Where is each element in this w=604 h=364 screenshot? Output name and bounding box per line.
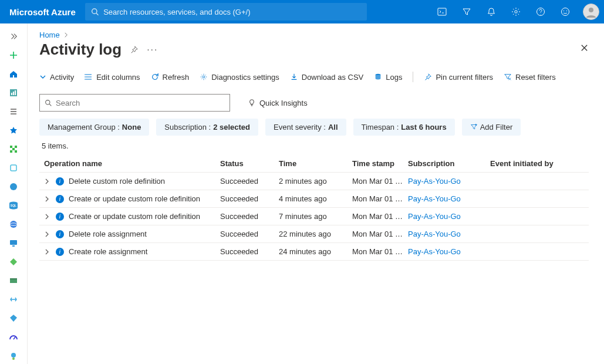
nav-vm[interactable]: [2, 235, 25, 251]
dashboard-icon: [9, 88, 18, 97]
subscription-link[interactable]: Pay-As-You-Go: [408, 247, 490, 256]
expand-row-icon[interactable]: [44, 178, 51, 184]
separator: [413, 72, 413, 82]
brand-logo[interactable]: Microsoft Azure: [9, 7, 76, 17]
more-menu[interactable]: ···: [147, 45, 158, 55]
diagnostics-label: Diagnostics settings: [211, 73, 279, 82]
pin-filters-button[interactable]: Pin current filters: [424, 73, 493, 82]
reset-filters-button[interactable]: Reset filters: [504, 73, 556, 82]
cloud-shell-icon: [437, 7, 447, 16]
col-status[interactable]: Status: [220, 159, 279, 168]
global-search-input[interactable]: [103, 8, 361, 16]
local-search[interactable]: [39, 94, 230, 112]
nav-cosmos[interactable]: [2, 216, 25, 232]
col-timestamp[interactable]: Time stamp: [352, 159, 408, 168]
diagnostics-button[interactable]: Diagnostics settings: [200, 73, 279, 82]
filter-severity[interactable]: Event severity : All: [265, 119, 346, 136]
gauge-icon: [9, 332, 18, 342]
nav-app-services[interactable]: [2, 178, 25, 195]
settings-button[interactable]: [504, 0, 528, 23]
expand-row-icon[interactable]: [44, 231, 51, 237]
col-time[interactable]: Time: [279, 159, 352, 168]
col-subscription[interactable]: Subscription: [408, 159, 490, 168]
subscription-link[interactable]: Pay-As-You-Go: [408, 212, 490, 221]
col-initiated-by[interactable]: Event initiated by: [490, 159, 584, 168]
refresh-button[interactable]: Refresh: [151, 73, 190, 82]
subscription-link[interactable]: Pay-As-You-Go: [408, 177, 490, 186]
subscription-link[interactable]: Pay-As-You-Go: [408, 230, 490, 238]
filter-subscription[interactable]: Subscription : 2 selected: [156, 119, 258, 136]
table-row[interactable]: i Create or update custom role definitio…: [39, 190, 589, 208]
nav-monitor[interactable]: [2, 329, 25, 345]
home-icon: [9, 69, 18, 79]
filter-timespan[interactable]: Timespan : Last 6 hours: [353, 119, 455, 136]
svg-rect-2: [438, 8, 446, 15]
reset-filters-label: Reset filters: [515, 73, 556, 82]
expand-row-icon[interactable]: [44, 214, 51, 220]
local-search-input[interactable]: [56, 99, 225, 107]
feedback-button[interactable]: [554, 0, 577, 23]
timestamp-cell: Mon Mar 01 …: [352, 194, 408, 203]
nav-aad[interactable]: [2, 310, 25, 326]
directories-button[interactable]: [455, 0, 478, 23]
user-avatar[interactable]: [583, 4, 599, 20]
svg-point-8: [589, 8, 593, 12]
info-icon: i: [56, 248, 64, 256]
nav-lb[interactable]: [2, 254, 25, 270]
quick-insights-label: Quick Insights: [259, 99, 308, 107]
svg-point-30: [12, 358, 15, 360]
aad-icon: [9, 314, 18, 323]
nav-home[interactable]: [2, 66, 25, 82]
nav-all-services[interactable]: [2, 103, 25, 120]
quick-insights-button[interactable]: Quick Insights: [248, 99, 308, 107]
cosmos-icon: [9, 220, 18, 229]
nav-resource-groups[interactable]: [2, 160, 25, 176]
svg-point-36: [46, 100, 50, 104]
pin-icon[interactable]: [130, 45, 139, 54]
nav-expand[interactable]: [2, 28, 25, 45]
edit-columns-label: Edit columns: [96, 73, 140, 82]
status-cell: Succeeded: [220, 177, 279, 186]
nav-vnet[interactable]: [2, 291, 25, 308]
logs-button[interactable]: Logs: [374, 73, 402, 82]
nav-favorites[interactable]: [2, 122, 25, 139]
activity-dropdown[interactable]: Activity: [39, 73, 74, 82]
edit-columns-button[interactable]: Edit columns: [85, 73, 140, 82]
download-csv-button[interactable]: Download as CSV: [290, 73, 364, 82]
table-row[interactable]: i Delete role assignment Succeeded 22 mi…: [39, 225, 589, 243]
operation-name: Create role assignment: [69, 247, 147, 256]
status-cell: Succeeded: [220, 212, 279, 221]
info-icon: i: [56, 195, 64, 203]
info-icon: i: [56, 177, 64, 186]
timestamp-cell: Mon Mar 01 …: [352, 247, 408, 256]
notifications-button[interactable]: [480, 0, 503, 23]
nav-storage[interactable]: [2, 272, 25, 289]
nav-dashboard[interactable]: [2, 85, 25, 101]
breadcrumb-home[interactable]: Home: [39, 31, 60, 39]
cloud-shell-button[interactable]: [430, 0, 454, 23]
table-row[interactable]: i Create role assignment Succeeded 24 mi…: [39, 243, 589, 261]
expand-row-icon[interactable]: [44, 249, 51, 255]
table-row[interactable]: i Delete custom role definition Succeede…: [39, 173, 589, 190]
global-search[interactable]: [85, 3, 367, 21]
svg-point-0: [92, 9, 96, 14]
svg-rect-13: [10, 146, 12, 148]
close-button[interactable]: [580, 43, 589, 52]
expand-row-icon[interactable]: [44, 196, 51, 202]
filter-management-group[interactable]: Management Group : None: [39, 119, 149, 136]
add-filter-button[interactable]: Add Filter: [462, 119, 521, 136]
svg-rect-15: [15, 146, 17, 148]
filter-icon: [462, 7, 471, 16]
help-button[interactable]: [529, 0, 552, 23]
close-icon: [580, 43, 589, 52]
nav-advisor[interactable]: [2, 348, 25, 364]
col-operation[interactable]: Operation name: [44, 159, 220, 168]
advisor-icon: [9, 351, 18, 360]
items-count: 5 items.: [42, 141, 589, 150]
table-row[interactable]: i Create or update custom role definitio…: [39, 208, 589, 225]
nav-create[interactable]: [2, 47, 25, 63]
nav-sql[interactable]: SQL: [2, 197, 25, 214]
subscription-link[interactable]: Pay-As-You-Go: [408, 194, 490, 203]
refresh-label: Refresh: [163, 73, 190, 82]
nav-all-resources[interactable]: [2, 141, 25, 157]
